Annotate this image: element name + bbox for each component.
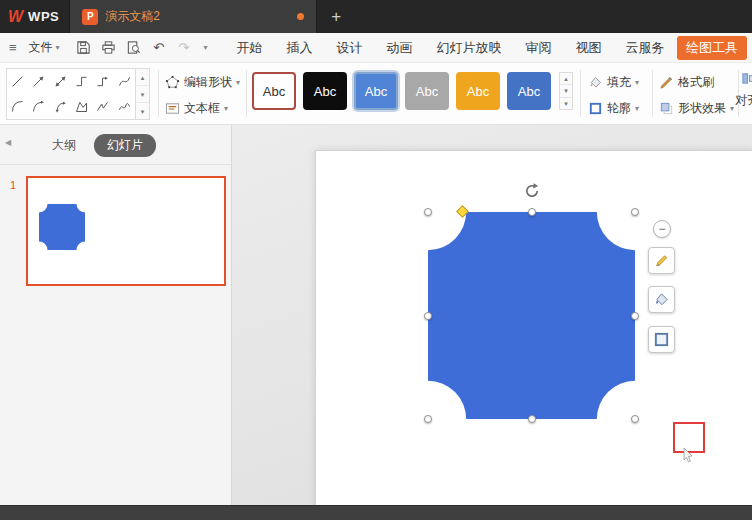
tab-home[interactable]: 开始	[237, 39, 263, 57]
outline-button[interactable]: 轮廓 ▾	[588, 97, 639, 119]
wps-logo-icon: W	[8, 8, 23, 26]
document-tab[interactable]: P 演示文稿2	[69, 0, 317, 33]
align-label: 对齐	[735, 92, 752, 109]
titlebar: W WPS P 演示文稿2 +	[0, 0, 752, 33]
shape-style-swatch[interactable]: Abc	[456, 72, 500, 110]
new-tab-button[interactable]: +	[317, 0, 355, 33]
rotate-handle[interactable]	[523, 182, 541, 200]
save-button[interactable]	[76, 40, 92, 56]
edit-shape-button[interactable]: 编辑形状 ▾	[165, 71, 240, 93]
freeform-shape-icon[interactable]	[71, 94, 92, 119]
fill-icon	[588, 75, 603, 90]
shape-effects-button[interactable]: 形状效果 ▾	[659, 97, 734, 119]
plaque-shape	[428, 212, 635, 419]
resize-handle-se[interactable]	[631, 415, 639, 423]
tab-view[interactable]: 视图	[576, 39, 602, 57]
resize-handle-s[interactable]	[528, 415, 536, 423]
shape-style-swatch[interactable]: Abc	[507, 72, 551, 110]
align-button[interactable]: 对齐	[733, 71, 752, 109]
scribble-icon[interactable]	[114, 94, 135, 119]
shape-effects-icon	[659, 101, 674, 116]
text-box-button[interactable]: 文本框 ▾	[165, 97, 228, 119]
elbow-connector-icon[interactable]	[71, 69, 92, 94]
curved-connector-icon[interactable]	[7, 94, 28, 119]
rotate-icon	[523, 182, 541, 200]
curved-arrow-icon[interactable]	[28, 94, 49, 119]
curve-icon[interactable]	[114, 69, 135, 94]
shape-gallery	[6, 68, 136, 120]
tab-drawing-tools[interactable]: 绘图工具	[677, 36, 747, 60]
wps-menu-button[interactable]: W WPS	[0, 0, 69, 33]
divider	[580, 70, 581, 117]
tab-design[interactable]: 设计	[337, 39, 363, 57]
collapse-float-toolbar-button[interactable]: −	[653, 220, 671, 238]
resize-handle-n[interactable]	[528, 208, 536, 216]
style-scroll-down-icon[interactable]: ▾	[560, 85, 572, 97]
elbow-arrow-icon[interactable]	[92, 69, 113, 94]
panel-tabs: 大纲 幻灯片	[0, 125, 231, 165]
shape-style-swatch[interactable]: Abc	[252, 72, 296, 110]
slide-number: 1	[10, 179, 16, 191]
resize-handle-nw[interactable]	[424, 208, 432, 216]
fill-label: 填充	[607, 74, 631, 91]
style-gallery-more: ▴ ▾ ▾	[559, 72, 573, 110]
arrow-icon[interactable]	[28, 69, 49, 94]
resize-handle-sw[interactable]	[424, 415, 432, 423]
tab-animation[interactable]: 动画	[387, 39, 413, 57]
tab-slideshow[interactable]: 幻灯片放映	[437, 39, 502, 57]
app-name: WPS	[28, 9, 59, 24]
chevron-down-icon: ▾	[635, 78, 639, 87]
chevron-down-icon: ▾	[236, 78, 240, 87]
paint-bucket-icon	[653, 291, 670, 308]
divider	[158, 70, 159, 117]
file-menu-label: 文件	[29, 39, 53, 56]
mouse-cursor-icon	[681, 447, 695, 463]
shape-style-swatch[interactable]: Abc	[405, 72, 449, 110]
style-scroll-up-icon[interactable]: ▴	[560, 73, 572, 85]
shape-style-swatch-selected[interactable]: Abc	[354, 72, 398, 110]
fill-button[interactable]: 填充 ▾	[588, 71, 639, 93]
quick-style-button[interactable]	[648, 247, 675, 274]
gallery-scroll-up-icon[interactable]: ▴	[136, 69, 149, 86]
style-more-icon[interactable]: ▾	[560, 98, 572, 109]
curved-double-arrow-icon[interactable]	[50, 94, 71, 119]
freeform-line-icon[interactable]	[92, 94, 113, 119]
align-icon	[741, 71, 752, 86]
resize-handle-e[interactable]	[631, 312, 639, 320]
frame-icon	[653, 331, 670, 348]
wps-presentation-window: W WPS P 演示文稿2 + ≡ 文件 ▾ ↶ ↷ ▾	[0, 0, 752, 520]
hamburger-menu-icon[interactable]: ≡	[0, 40, 23, 55]
selected-shape[interactable]	[428, 212, 635, 419]
format-painter-label: 格式刷	[678, 74, 714, 91]
gallery-more-icon[interactable]: ▾	[136, 103, 149, 119]
gallery-scroll-down-icon[interactable]: ▾	[136, 86, 149, 103]
resize-handle-ne[interactable]	[631, 208, 639, 216]
format-painter-button[interactable]: 格式刷	[659, 71, 714, 93]
line-icon[interactable]	[7, 69, 28, 94]
redo-button[interactable]: ↷	[176, 40, 192, 56]
print-preview-button[interactable]	[126, 40, 142, 56]
shape-effects-label: 形状效果	[678, 100, 726, 117]
print-button[interactable]	[101, 40, 117, 56]
double-arrow-icon[interactable]	[50, 69, 71, 94]
customize-toolbar-chevron-icon[interactable]: ▾	[201, 40, 211, 56]
resize-handle-w[interactable]	[424, 312, 432, 320]
undo-button[interactable]: ↶	[151, 40, 167, 56]
tab-cloud[interactable]: 云服务	[626, 39, 665, 57]
tab-review[interactable]: 审阅	[526, 39, 552, 57]
fill-color-button[interactable]	[648, 286, 675, 313]
shape-style-swatch[interactable]: Abc	[303, 72, 347, 110]
chevron-down-icon: ▾	[635, 104, 639, 113]
file-menu-button[interactable]: 文件 ▾	[23, 39, 66, 56]
collapse-panel-icon[interactable]: ◀	[5, 138, 11, 147]
tab-outline-view[interactable]: 大纲	[52, 137, 76, 154]
quick-access-toolbar: ↶ ↷ ▾	[76, 40, 211, 56]
slide-thumbnail[interactable]	[26, 176, 226, 286]
outline-frame-button[interactable]	[648, 326, 675, 353]
drawing-tools-ribbon: ▴ ▾ ▾ 编辑形状 ▾ 文本框 ▾ Abc Abc Abc Abc Abc A…	[0, 63, 752, 125]
tab-insert[interactable]: 插入	[287, 39, 313, 57]
divider	[246, 70, 247, 117]
tab-slides-view[interactable]: 幻灯片	[94, 134, 156, 157]
plaque-shape-thumbnail	[39, 204, 85, 250]
chevron-down-icon: ▾	[224, 104, 228, 113]
